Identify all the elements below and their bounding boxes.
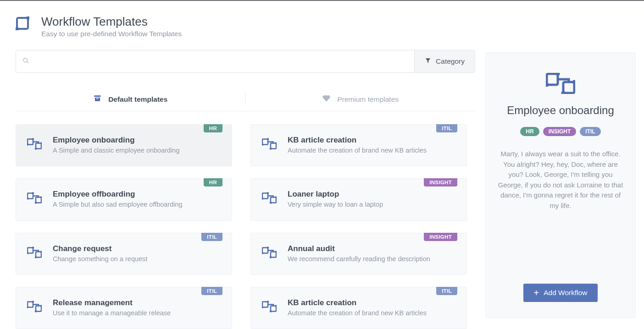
card-title: KB article creation bbox=[288, 136, 427, 145]
card-description: Change something on a request bbox=[53, 255, 147, 263]
archive-icon bbox=[93, 94, 102, 104]
tag-pill: HR bbox=[520, 127, 539, 136]
page-header: Workflow Templates Easy to use pre-defin… bbox=[16, 15, 475, 38]
card-tag: ITIL bbox=[201, 233, 222, 241]
template-card[interactable]: HREmployee offboardingA Simple but also … bbox=[16, 178, 232, 220]
card-title: Loaner laptop bbox=[288, 190, 383, 199]
workflow-icon bbox=[262, 191, 277, 207]
tab-premium-templates[interactable]: Premium templates bbox=[246, 91, 476, 111]
template-tabs: Default templates Premium templates bbox=[16, 91, 475, 111]
svg-point-7 bbox=[16, 27, 19, 30]
card-description: Automate the creation of brand new KB ar… bbox=[288, 147, 427, 154]
svg-rect-12 bbox=[95, 98, 100, 101]
plus-icon: + bbox=[533, 288, 539, 297]
card-description: A Simple and classic employee onboarding bbox=[53, 147, 179, 154]
card-tag: INSIGHT bbox=[424, 233, 457, 241]
template-card[interactable]: HREmployee onboardingA Simple and classi… bbox=[16, 124, 232, 166]
template-card[interactable]: ITILKB article creationAutomate the crea… bbox=[250, 287, 467, 329]
page-title: Workflow Templates bbox=[41, 15, 182, 29]
tab-label: Default templates bbox=[108, 95, 167, 104]
svg-point-8 bbox=[26, 16, 29, 20]
workflow-icon bbox=[498, 73, 623, 96]
search-bar: Category bbox=[16, 50, 475, 73]
template-card[interactable]: ITILRelease managementUse it to manage a… bbox=[16, 287, 232, 329]
template-card[interactable]: ITILChange requestChange something on a … bbox=[16, 233, 232, 275]
svg-rect-11 bbox=[94, 95, 101, 97]
card-description: Use it to manage a manageable release bbox=[53, 309, 171, 317]
svg-line-10 bbox=[27, 61, 28, 63]
card-title: Employee offboarding bbox=[53, 190, 183, 199]
add-workflow-button[interactable]: + Add Workflow bbox=[523, 284, 597, 302]
workflow-icon bbox=[262, 137, 277, 153]
template-card[interactable]: INSIGHTAnnual auditWe recommend carefull… bbox=[250, 233, 467, 275]
details-description: Marty, I always wear a suit to the offic… bbox=[498, 149, 623, 211]
category-label: Category bbox=[436, 57, 465, 66]
filter-icon bbox=[425, 57, 431, 66]
workflow-icon bbox=[262, 245, 277, 262]
tag-pill: ITIL bbox=[580, 127, 600, 136]
card-tag: ITIL bbox=[436, 124, 457, 132]
card-title: Change request bbox=[53, 244, 147, 253]
svg-rect-13 bbox=[96, 99, 99, 99]
workflow-icon bbox=[27, 137, 42, 153]
card-description: Very simple way to loan a laptop bbox=[288, 201, 383, 208]
details-panel: Employee onboarding HRINSIGHTITIL Marty,… bbox=[485, 52, 636, 318]
card-title: Annual audit bbox=[288, 244, 430, 253]
card-description: Automate the creation of brand new KB ar… bbox=[288, 309, 427, 317]
svg-rect-6 bbox=[17, 18, 28, 29]
details-title: Employee onboarding bbox=[498, 104, 623, 117]
card-description: A Simple but also sad employee offboardi… bbox=[53, 201, 183, 208]
details-tags: HRINSIGHTITIL bbox=[498, 127, 623, 136]
tab-label: Premium templates bbox=[337, 95, 399, 104]
tab-default-templates[interactable]: Default templates bbox=[16, 91, 245, 111]
svg-point-9 bbox=[23, 58, 28, 62]
card-title: KB article creation bbox=[288, 298, 427, 307]
card-title: Release management bbox=[53, 298, 171, 307]
workflow-icon bbox=[27, 245, 42, 262]
search-input[interactable] bbox=[35, 58, 408, 66]
page-subtitle: Easy to use pre-defined Workflow Templat… bbox=[41, 30, 182, 38]
workflow-icon bbox=[262, 299, 277, 316]
card-tag: INSIGHT bbox=[424, 178, 457, 186]
category-filter-button[interactable]: Category bbox=[414, 50, 475, 72]
card-tag: ITIL bbox=[436, 287, 457, 295]
card-title: Employee onboarding bbox=[53, 136, 179, 145]
add-workflow-label: Add Workflow bbox=[544, 289, 587, 297]
template-card[interactable]: ITILKB article creationAutomate the crea… bbox=[250, 124, 467, 166]
diamond-icon bbox=[322, 94, 331, 104]
card-tag: HR bbox=[204, 178, 222, 186]
card-tag: ITIL bbox=[201, 287, 222, 295]
template-card[interactable]: INSIGHTLoaner laptopVery simple way to l… bbox=[250, 178, 467, 220]
workflow-icon bbox=[27, 299, 42, 316]
card-tag: HR bbox=[204, 124, 222, 132]
template-cards-grid: HREmployee onboardingA Simple and classi… bbox=[16, 124, 475, 329]
workflow-icon bbox=[16, 15, 29, 32]
card-description: We recommend carefully reading the descr… bbox=[288, 255, 430, 263]
tag-pill: INSIGHT bbox=[543, 127, 577, 136]
workflow-icon bbox=[27, 191, 42, 207]
search-icon bbox=[22, 57, 29, 66]
